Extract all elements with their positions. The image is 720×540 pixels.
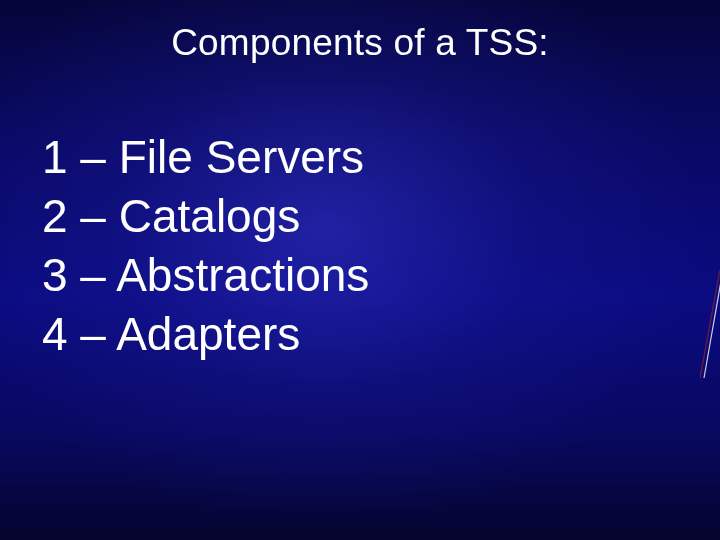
decorative-accent [700, 260, 720, 380]
slide: Components of a TSS: 1 – File Servers 2 … [0, 0, 720, 540]
list-item: 2 – Catalogs [42, 187, 680, 246]
svg-line-0 [704, 264, 720, 378]
list-item: 1 – File Servers [42, 128, 680, 187]
svg-line-1 [700, 270, 720, 378]
slide-title: Components of a TSS: [0, 22, 720, 64]
list-item: 3 – Abstractions [42, 246, 680, 305]
slide-body: 1 – File Servers 2 – Catalogs 3 – Abstra… [42, 128, 680, 364]
list-item: 4 – Adapters [42, 305, 680, 364]
